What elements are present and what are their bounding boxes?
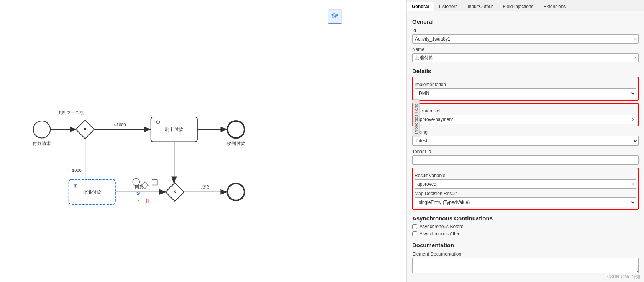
- svg-text:🗺: 🗺: [331, 13, 339, 20]
- implementation-label: Implementation: [415, 82, 636, 87]
- name-field-wrap: ×: [412, 53, 639, 62]
- tenant-id-label: Tenant Id: [412, 149, 639, 154]
- name-label: Name: [412, 47, 639, 52]
- decision-ref-highlight: Decision Ref ×: [412, 103, 639, 126]
- end-event1-label: 收到付款: [227, 141, 245, 146]
- watermark: CSDN @Mr_行知: [607, 274, 640, 280]
- svg-point-1: [33, 121, 50, 138]
- svg-text:⚙: ⚙: [136, 191, 141, 196]
- panel-content: General Id × Name × Details Implementati…: [407, 11, 644, 282]
- tabs-bar: General Listeners Input/Output Field Inj…: [407, 0, 644, 11]
- result-variable-label: Result Variable: [415, 173, 636, 178]
- id-label: Id: [412, 28, 639, 33]
- result-variable-input[interactable]: [415, 179, 636, 189]
- result-variable-clear-button[interactable]: ×: [632, 181, 635, 187]
- properties-panel: Properties Panel General Listeners Input…: [406, 0, 644, 282]
- svg-text:↗: ↗: [136, 198, 140, 204]
- binding-select[interactable]: latest deployment version versionTag: [412, 136, 639, 146]
- async-before-checkbox[interactable]: [412, 224, 417, 229]
- flow-agree-label: 同意: [135, 184, 143, 189]
- tab-input-output[interactable]: Input/Output: [462, 2, 498, 11]
- name-input[interactable]: [412, 53, 639, 62]
- tab-extensions[interactable]: Extensions: [539, 2, 571, 11]
- section-documentation-title: Documentation: [412, 242, 639, 248]
- async-after-label: Asynchronous After: [420, 231, 459, 236]
- tab-listeners[interactable]: Listeners: [434, 2, 463, 11]
- decision-ref-input[interactable]: [415, 115, 636, 124]
- svg-text:×: ×: [84, 126, 87, 132]
- tab-field-injections[interactable]: Field Injections: [498, 2, 538, 11]
- decision-ref-label: Decision Ref: [415, 108, 636, 114]
- async-after-row: Asynchronous After: [412, 231, 639, 236]
- section-details-title: Details: [412, 68, 639, 74]
- svg-text:⚙: ⚙: [156, 119, 161, 125]
- async-after-checkbox[interactable]: [412, 231, 417, 236]
- map-decision-result-select[interactable]: singleEntry (TypedValue) singleResult (M…: [415, 197, 636, 207]
- decision-ref-clear-button[interactable]: ×: [632, 117, 635, 122]
- svg-text:⊞: ⊞: [74, 183, 78, 189]
- async-before-label: Asynchronous Before: [420, 224, 464, 229]
- result-variable-wrap: ×: [415, 179, 636, 189]
- task1-label: 刷卡付款: [165, 127, 183, 132]
- task2-label: 批准付款: [83, 189, 101, 195]
- id-field-wrap: ×: [412, 34, 639, 44]
- id-clear-button[interactable]: ×: [634, 36, 637, 42]
- svg-text:×: ×: [173, 189, 176, 195]
- start-event-label: 付款请求: [32, 141, 51, 146]
- section-async-title: Asynchronous Continuations: [412, 215, 639, 222]
- binding-label: Binding: [412, 129, 639, 135]
- svg-point-9: [228, 121, 244, 138]
- decision-ref-wrap: ×: [415, 115, 636, 124]
- tenant-id-input[interactable]: [412, 155, 639, 165]
- result-section-highlight: Result Variable × Map Decision Result si…: [412, 168, 639, 210]
- svg-text:🗑: 🗑: [145, 198, 150, 204]
- name-clear-button[interactable]: ×: [634, 55, 637, 60]
- panel-side-label: Properties Panel: [413, 99, 420, 137]
- gateway1-label: 判断支付金额: [58, 110, 84, 115]
- tab-general[interactable]: General: [407, 2, 434, 11]
- tenant-id-wrap: [412, 155, 639, 165]
- implementation-highlight: Implementation DMN Java Class Expression…: [412, 77, 639, 101]
- svg-point-24: [228, 184, 244, 200]
- map-decision-result-label: Map Decision Result: [415, 191, 636, 196]
- flow-gte1000-label: >=1000: [67, 168, 82, 173]
- element-doc-textarea[interactable]: [412, 258, 639, 273]
- svg-rect-15: [152, 179, 157, 185]
- id-input[interactable]: [412, 34, 639, 44]
- svg-rect-0: [0, 10, 406, 272]
- element-doc-label: Element Documentation: [412, 251, 639, 257]
- section-general-title: General: [412, 18, 639, 25]
- flow-less1000-label: <1000: [114, 122, 126, 127]
- flow-reject-label: 拒绝: [200, 184, 209, 189]
- implementation-select[interactable]: DMN Java Class Expression Delegate Expre…: [415, 88, 636, 98]
- async-before-row: Asynchronous Before: [412, 224, 639, 229]
- diagram-area: 付款请求 判断支付金额 × <1000 ⚙ 刷卡付款 收到付款 >=1000 ⊞…: [0, 0, 406, 282]
